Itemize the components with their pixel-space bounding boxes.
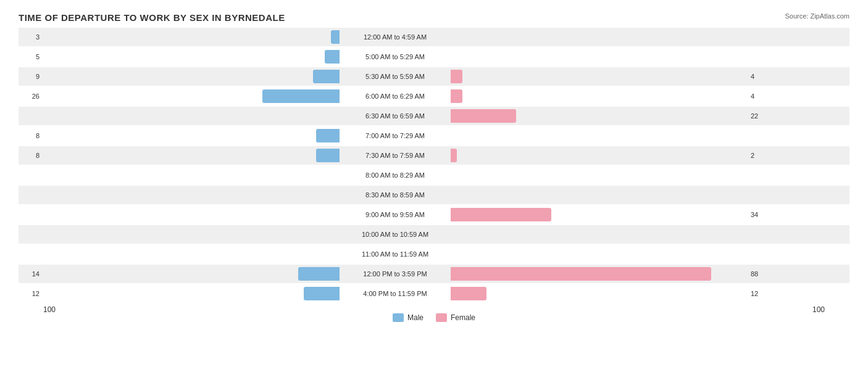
- male-bar-container: [43, 129, 340, 142]
- time-label: 8:00 AM to 8:29 AM: [340, 171, 451, 179]
- male-bar-container: [43, 89, 340, 103]
- female-value: 12: [747, 290, 772, 297]
- table-row: 3 12:00 AM to 4:59 AM: [19, 28, 849, 46]
- legend: Male Female: [19, 313, 849, 322]
- female-value: 4: [747, 73, 772, 80]
- table-row: 14 12:00 PM to 3:59 PM 88: [19, 265, 849, 283]
- male-bar: [316, 149, 340, 162]
- table-row: 9 5:30 AM to 5:59 AM 4: [19, 67, 849, 86]
- male-value: 8: [19, 132, 43, 139]
- chart-container: TIME OF DEPARTURE TO WORK BY SEX IN BYRN…: [0, 0, 868, 367]
- male-bar-container: [43, 70, 340, 83]
- female-bar-container: [451, 149, 747, 162]
- female-bar-container: [451, 168, 747, 182]
- female-value: 2: [747, 152, 772, 159]
- male-bar-container: [43, 50, 340, 64]
- male-bar: [298, 267, 340, 281]
- female-bar-container: [451, 50, 747, 64]
- male-bar-container: [43, 287, 340, 300]
- female-bar-container: [451, 89, 747, 103]
- male-value: 9: [19, 73, 43, 80]
- female-bar-container: [451, 188, 747, 202]
- axis-max-right: 100: [812, 305, 825, 314]
- male-value: 8: [19, 152, 43, 159]
- male-bar-container: [43, 168, 340, 182]
- female-bar-container: [451, 267, 747, 281]
- female-bar-container: [451, 30, 747, 44]
- table-row: 10:00 AM to 10:59 AM: [19, 225, 849, 244]
- female-bar-container: [451, 287, 747, 300]
- male-bar-container: [43, 149, 340, 162]
- female-bar: [451, 89, 462, 103]
- table-row: 8:00 AM to 8:29 AM: [19, 166, 849, 184]
- legend-female-box: [436, 313, 447, 322]
- table-row: 5 5:00 AM to 5:29 AM: [19, 47, 849, 66]
- male-bar-container: [43, 228, 340, 241]
- table-row: 8:30 AM to 8:59 AM: [19, 186, 849, 204]
- time-label: 12:00 PM to 3:59 PM: [340, 270, 451, 278]
- male-value: 26: [19, 93, 43, 100]
- table-row: 11:00 AM to 11:59 AM: [19, 245, 849, 263]
- time-label: 5:30 AM to 5:59 AM: [340, 73, 451, 80]
- female-value: 34: [747, 211, 772, 218]
- legend-male-box: [393, 313, 404, 322]
- male-bar: [262, 89, 340, 103]
- time-label: 11:00 AM to 11:59 AM: [340, 250, 451, 258]
- male-bar: [313, 70, 340, 83]
- legend-male-label: Male: [407, 313, 424, 322]
- legend-female: Female: [436, 313, 475, 322]
- time-label: 6:00 AM to 6:29 AM: [340, 93, 451, 100]
- time-label: 6:30 AM to 6:59 AM: [340, 112, 451, 120]
- legend-male: Male: [393, 313, 424, 322]
- time-label: 8:30 AM to 8:59 AM: [340, 191, 451, 199]
- time-label: 7:00 AM to 7:29 AM: [340, 132, 451, 139]
- male-bar-container: [43, 188, 340, 202]
- time-label: 4:00 PM to 11:59 PM: [340, 290, 451, 297]
- time-label: 5:00 AM to 5:29 AM: [340, 53, 451, 60]
- female-bar-container: [451, 208, 747, 221]
- female-bar-container: [451, 109, 747, 123]
- male-bar: [325, 50, 340, 64]
- axis-min-left: 100: [43, 305, 56, 314]
- male-value: 12: [19, 290, 43, 297]
- table-row: 6:30 AM to 6:59 AM 22: [19, 107, 849, 125]
- male-bar: [304, 287, 340, 300]
- female-value: 4: [747, 93, 772, 100]
- male-bar-container: [43, 208, 340, 221]
- female-value: 22: [747, 112, 772, 120]
- table-row: 8 7:00 AM to 7:29 AM: [19, 126, 849, 145]
- male-value: 14: [19, 270, 43, 278]
- time-label: 7:30 AM to 7:59 AM: [340, 152, 451, 159]
- table-row: 8 7:30 AM to 7:59 AM 2: [19, 146, 849, 165]
- female-bar: [451, 208, 551, 221]
- male-bar-container: [43, 30, 340, 44]
- chart-title: TIME OF DEPARTURE TO WORK BY SEX IN BYRN…: [19, 12, 849, 23]
- female-bar-container: [451, 228, 747, 241]
- female-bar: [451, 70, 462, 83]
- time-label: 9:00 AM to 9:59 AM: [340, 211, 451, 218]
- table-row: 9:00 AM to 9:59 AM 34: [19, 205, 849, 224]
- male-bar-container: [43, 267, 340, 281]
- table-row: 12 4:00 PM to 11:59 PM 12: [19, 284, 849, 303]
- female-bar: [451, 109, 516, 123]
- female-value: 88: [747, 270, 772, 278]
- female-bar: [451, 267, 711, 281]
- table-row: 26 6:00 AM to 6:29 AM 4: [19, 87, 849, 105]
- male-bar: [316, 129, 340, 142]
- source-text: Source: ZipAtlas.com: [785, 12, 849, 20]
- male-bar-container: [43, 109, 340, 123]
- time-label: 12:00 AM to 4:59 AM: [340, 33, 451, 41]
- female-bar: [451, 149, 457, 162]
- time-label: 10:00 AM to 10:59 AM: [340, 231, 451, 238]
- male-bar-container: [43, 247, 340, 261]
- male-value: 5: [19, 53, 43, 60]
- legend-female-label: Female: [451, 313, 475, 322]
- axis-labels: 100 100: [19, 305, 849, 314]
- female-bar-container: [451, 247, 747, 261]
- male-value: 3: [19, 33, 43, 41]
- female-bar-container: [451, 70, 747, 83]
- female-bar-container: [451, 129, 747, 142]
- male-bar: [331, 30, 340, 44]
- female-bar: [451, 287, 486, 300]
